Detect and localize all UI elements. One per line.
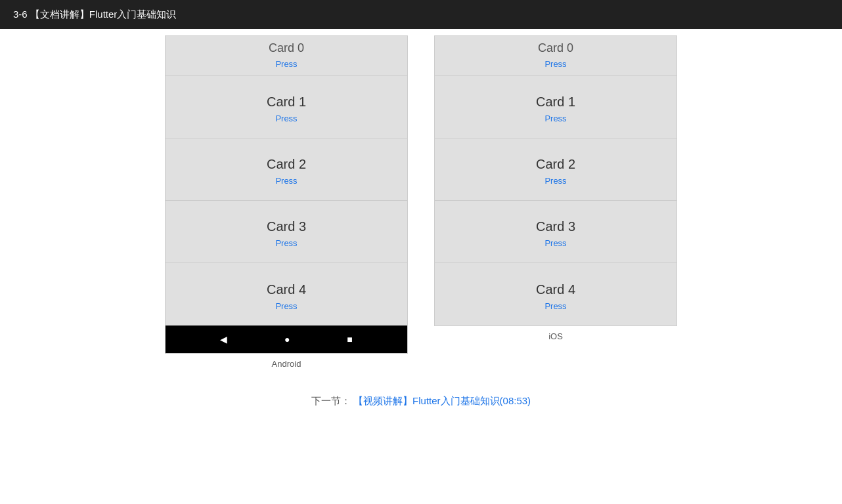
android-phone-wrapper: Card 0 Press Card 1 Press Card 2 Press C…	[165, 35, 408, 369]
ios-card-3-press[interactable]: Press	[544, 301, 566, 311]
ios-card-1-press[interactable]: Press	[544, 176, 566, 186]
android-card-3-press[interactable]: Press	[275, 301, 297, 311]
android-nav-bar: ◀ ● ■	[166, 326, 407, 353]
android-card-3: Card 4 Press	[166, 263, 407, 326]
android-card-0-title: Card 1	[267, 94, 306, 110]
next-section-link[interactable]: 【视频讲解】Flutter入门基础知识(08:53)	[353, 395, 531, 406]
ios-card-3: Card 4 Press	[435, 263, 676, 326]
android-card-list: Card 1 Press Card 2 Press Card 3 Press C…	[166, 76, 407, 326]
android-card-0-press[interactable]: Press	[275, 114, 297, 123]
android-card-2-press[interactable]: Press	[275, 238, 297, 248]
main-content: Card 0 Press Card 1 Press Card 2 Press C…	[0, 29, 842, 369]
android-partial-card-press[interactable]: Press	[275, 59, 297, 69]
android-card-0: Card 1 Press	[166, 76, 407, 138]
ios-card-0-press[interactable]: Press	[544, 114, 566, 123]
ios-phone: Card 0 Press Card 1 Press Card 2 Press C…	[434, 35, 677, 326]
android-card-2: Card 3 Press	[166, 201, 407, 263]
ios-phone-wrapper: Card 0 Press Card 1 Press Card 2 Press C…	[434, 35, 677, 369]
next-section: 下一节： 【视频讲解】Flutter入门基础知识(08:53)	[0, 395, 842, 421]
ios-partial-card-press[interactable]: Press	[544, 59, 566, 69]
ios-partial-card: Card 0 Press	[435, 36, 676, 76]
android-label: Android	[272, 359, 301, 369]
ios-card-2-press[interactable]: Press	[544, 238, 566, 248]
android-back-button[interactable]: ◀	[220, 334, 227, 345]
next-section-prefix: 下一节：	[311, 395, 351, 406]
android-card-1: Card 2 Press	[166, 138, 407, 201]
android-card-1-press[interactable]: Press	[275, 176, 297, 186]
ios-label: iOS	[548, 331, 563, 341]
app-header: 3-6 【文档讲解】Flutter入门基础知识	[0, 0, 842, 29]
ios-card-1-title: Card 2	[536, 157, 575, 172]
android-card-3-title: Card 4	[267, 282, 306, 297]
ios-card-3-title: Card 4	[536, 282, 575, 297]
android-phone: Card 0 Press Card 1 Press Card 2 Press C…	[165, 35, 408, 354]
ios-card-0-title: Card 1	[536, 94, 575, 110]
ios-card-list: Card 1 Press Card 2 Press Card 3 Press C…	[435, 76, 676, 326]
header-title: 3-6 【文档讲解】Flutter入门基础知识	[13, 9, 176, 21]
android-partial-card-title: Card 0	[269, 41, 304, 55]
ios-card-2: Card 3 Press	[435, 201, 676, 263]
ios-card-2-title: Card 3	[536, 219, 575, 234]
ios-card-1: Card 2 Press	[435, 138, 676, 201]
android-recent-button[interactable]: ■	[347, 334, 352, 345]
ios-partial-card-title: Card 0	[538, 41, 573, 55]
ios-card-0: Card 1 Press	[435, 76, 676, 138]
android-home-button[interactable]: ●	[284, 334, 290, 345]
android-partial-card: Card 0 Press	[166, 36, 407, 76]
android-card-2-title: Card 3	[267, 219, 306, 234]
android-card-1-title: Card 2	[267, 157, 306, 172]
